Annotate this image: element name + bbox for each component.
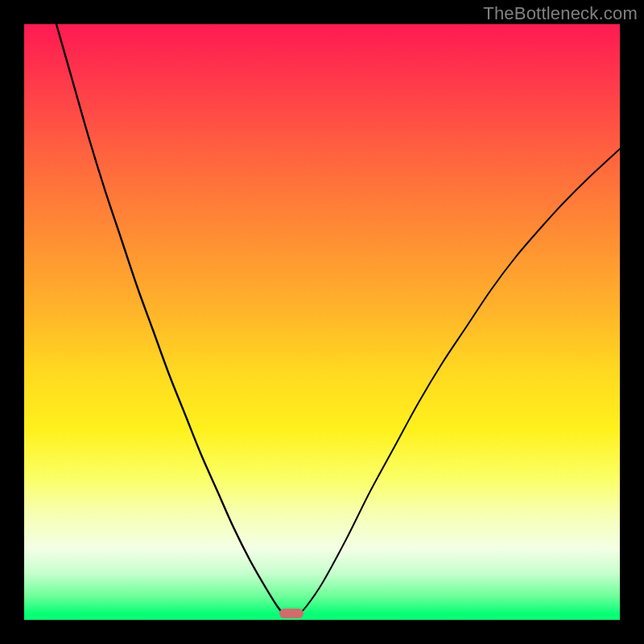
plot-area xyxy=(24,24,620,620)
bottleneck-curve xyxy=(24,24,620,620)
minimum-marker xyxy=(279,609,303,618)
watermark-text: TheBottleneck.com xyxy=(483,3,638,24)
outer-frame: TheBottleneck.com xyxy=(0,0,644,644)
